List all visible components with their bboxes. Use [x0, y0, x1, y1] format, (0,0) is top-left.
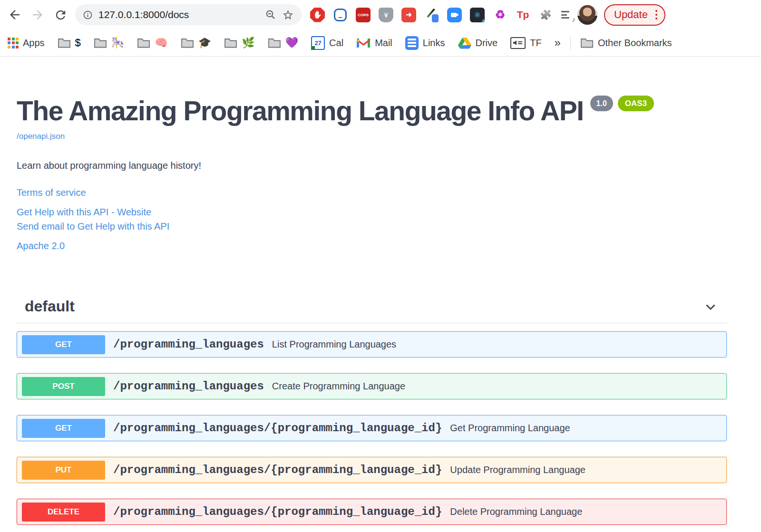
forward-button[interactable] — [29, 7, 46, 23]
puzzle-icon[interactable]: 🧩 — [538, 8, 553, 22]
bookmark-star-icon[interactable] — [282, 9, 294, 21]
folder-icon — [268, 38, 281, 48]
pocket-shield-icon[interactable]: ∨ — [379, 8, 393, 22]
recycle-icon[interactable]: ♻︎ — [493, 8, 507, 22]
browser-menu-icon[interactable] — [655, 10, 658, 20]
method-badge: GET — [22, 419, 105, 438]
adblock-icon[interactable]: ✋ — [310, 8, 325, 22]
folder-icon — [94, 38, 107, 48]
endpoint-summary: Update Programming Language — [450, 464, 585, 475]
bookmark-calendar[interactable]: 27 Cal — [311, 36, 343, 50]
endpoint-row-create-language[interactable]: POST /programming_languages Create Progr… — [17, 373, 727, 399]
bookmark-folder-money[interactable]: $ — [58, 38, 81, 48]
folder-icon — [181, 38, 194, 48]
openapi-spec-link[interactable]: /openapi.json — [17, 132, 65, 141]
chevron-down-icon[interactable] — [702, 299, 719, 315]
method-badge: POST — [22, 377, 105, 396]
tp-icon[interactable]: Tp — [516, 8, 530, 22]
endpoint-summary: Get Programming Language — [450, 423, 570, 434]
bookmark-links[interactable]: Links — [405, 36, 445, 50]
bookmark-tf[interactable]: TF — [510, 37, 541, 49]
section-title: default — [25, 298, 75, 315]
site-info-icon[interactable] — [83, 10, 93, 20]
endpoint-summary: Create Programming Language — [272, 381, 405, 392]
endpoint-path: /programming_languages/{programming_lang… — [113, 505, 442, 518]
forward-arrow-icon — [30, 8, 45, 22]
zoom-out-icon[interactable] — [265, 9, 276, 20]
bookmark-folder-education[interactable]: 🎓 — [181, 38, 211, 48]
api-links: Terms of service Get Help with this API … — [17, 187, 727, 251]
endpoint-path: /programming_languages — [113, 338, 264, 351]
red-arrow-icon[interactable]: ➜ — [401, 8, 416, 22]
bookmark-folder-brain[interactable]: 🧠 — [137, 38, 167, 48]
endpoint-summary: Delete Programming Language — [450, 506, 582, 517]
endpoint-path: /programming_languages — [113, 380, 264, 393]
folder-icon — [137, 38, 150, 48]
back-arrow-icon — [8, 8, 22, 22]
endpoint-path: /programming_languages/{programming_lang… — [113, 464, 442, 476]
cors-icon[interactable]: CORS — [356, 8, 371, 22]
api-badges: 1.0 OAS3 — [590, 96, 654, 111]
method-badge: PUT — [22, 461, 105, 480]
bookmark-apps[interactable]: Apps — [8, 38, 45, 48]
oas3-badge: OAS3 — [618, 96, 654, 111]
playlist-icon[interactable]: ♪ — [561, 8, 576, 22]
terms-of-service-link[interactable]: Terms of service — [17, 187, 727, 198]
operations-list: GET /programming_languages List Programm… — [17, 331, 727, 525]
endpoint-row-list-languages[interactable]: GET /programming_languages List Programm… — [17, 331, 727, 358]
bookmark-drive[interactable]: Drive — [458, 37, 498, 49]
tf-speaker-icon — [510, 37, 526, 49]
license-link[interactable]: Apache 2.0 — [17, 241, 727, 251]
address-bar[interactable]: 127.0.0.1:8000/docs — [75, 4, 302, 25]
method-badge: GET — [22, 335, 105, 354]
bookmarks-divider — [570, 36, 571, 50]
update-button[interactable]: Update — [604, 4, 665, 26]
apps-grid-icon — [8, 38, 19, 48]
bookmarks-bar: Apps $ 🎠 🧠 🎓 🌿 💜 27 Cal Mail — [0, 29, 761, 57]
extension-strip: ✋ CORS ∨ ➜ ⚛⚠ ♻︎ Tp 🧩 ♪ — [310, 8, 576, 22]
folder-icon — [58, 38, 71, 48]
browser-toolbar: 127.0.0.1:8000/docs ✋ CORS ∨ ➜ ⚛⚠ ♻︎ Tp … — [0, 0, 761, 29]
folder-icon — [580, 38, 594, 48]
version-badge: 1.0 — [590, 96, 613, 111]
help-email-link[interactable]: Send email to Get Help with this API — [17, 221, 727, 232]
endpoint-row-update-language[interactable]: PUT /programming_languages/{programming_… — [17, 457, 727, 483]
zoom-camera-icon[interactable] — [447, 8, 462, 22]
update-label: Update — [614, 9, 648, 21]
bookmark-mail[interactable]: Mail — [356, 38, 392, 48]
endpoint-row-delete-language[interactable]: DELETE /programming_languages/{programmi… — [17, 499, 727, 525]
bookmark-folder-heart[interactable]: 💜 — [268, 38, 298, 48]
method-badge: DELETE — [22, 503, 105, 522]
endpoint-row-get-language[interactable]: GET /programming_languages/{programming_… — [17, 415, 727, 441]
page-title: The Amazing Programming Language Info AP… — [17, 97, 584, 125]
swagger-page: The Amazing Programming Language Info AP… — [0, 97, 761, 525]
help-website-link[interactable]: Get Help with this API - Website — [17, 207, 727, 218]
reload-button[interactable] — [52, 7, 68, 23]
section-default-header[interactable]: default — [17, 298, 727, 323]
folder-icon — [224, 38, 237, 48]
api-description: Learn about programming language history… — [17, 160, 727, 171]
api-title-row: The Amazing Programming Language Info AP… — [17, 97, 727, 125]
endpoint-path: /programming_languages/{programming_lang… — [113, 422, 442, 435]
profile-avatar[interactable] — [577, 5, 597, 25]
drive-icon — [458, 37, 471, 49]
reload-icon — [54, 8, 68, 22]
endpoint-summary: List Programming Languages — [272, 339, 396, 350]
back-button[interactable] — [7, 7, 23, 23]
links-icon — [405, 36, 419, 50]
bookmark-folder-carousel[interactable]: 🎠 — [94, 38, 124, 48]
other-bookmarks[interactable]: Other Bookmarks — [580, 38, 672, 48]
color-picker-icon[interactable] — [424, 8, 439, 22]
comment-bubble-icon[interactable] — [333, 8, 348, 22]
bookmarks-overflow-chevron[interactable]: » — [555, 36, 561, 49]
react-devtools-icon[interactable]: ⚛⚠ — [470, 8, 485, 22]
gmail-icon — [356, 38, 371, 48]
url-text[interactable]: 127.0.0.1:8000/docs — [98, 9, 259, 20]
calendar-icon: 27 — [311, 36, 325, 50]
bookmark-folder-herb[interactable]: 🌿 — [224, 38, 254, 48]
